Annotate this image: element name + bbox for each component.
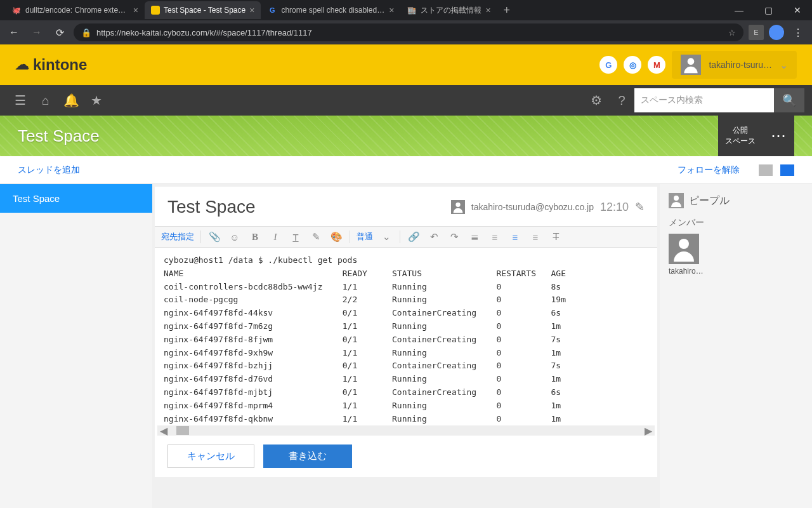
tab-title: Test Space - Test Space <box>164 6 246 15</box>
people-sidebar: ピープル メンバー takahiro… <box>660 184 812 508</box>
url-bar[interactable]: 🔒 https://neko-kaitai.cybozu.com/k/#/spa… <box>74 23 743 41</box>
maximize-button[interactable]: ▢ <box>754 0 783 20</box>
new-tab-button[interactable]: + <box>497 4 517 17</box>
chevron-down-icon: ⌄ <box>780 59 788 71</box>
link-icon[interactable]: 🔗 <box>407 231 421 243</box>
chrome-addressbar: ← → ⟳ 🔒 https://neko-kaitai.cybozu.com/k… <box>0 20 812 44</box>
help-icon[interactable]: ? <box>609 93 634 108</box>
profile-avatar[interactable] <box>769 25 784 40</box>
search-placeholder: スペース内検索 <box>641 95 703 106</box>
edit-icon[interactable]: ✎ <box>635 200 645 214</box>
lock-icon: 🔒 <box>81 28 91 37</box>
mention-button[interactable]: 宛先指定 <box>161 231 194 243</box>
kintone-header: ☁ kintone G ◎ M takahiro-tsuru… ⌄ <box>0 44 812 85</box>
user-menu[interactable]: takahiro-tsuru… ⌄ <box>672 51 797 79</box>
palette-icon[interactable]: 🎨 <box>329 231 343 243</box>
scroll-right-icon[interactable]: ▶ <box>642 425 655 437</box>
highlight-button[interactable]: ✎ <box>309 231 323 243</box>
people-icon <box>669 193 684 208</box>
chrome-titlebar: 🐙 dulltz/encode: Chrome extension... × T… <box>0 0 812 20</box>
list-ul-icon[interactable]: ≣ <box>468 231 481 243</box>
clear-format-icon[interactable]: T̶ <box>549 231 563 243</box>
undo-icon[interactable]: ↶ <box>427 231 441 243</box>
bold-button[interactable]: B <box>248 232 262 243</box>
horizontal-scrollbar[interactable]: ◀ ▶ <box>157 425 655 436</box>
list-ol-icon[interactable]: ≡ <box>488 232 502 243</box>
kintone-logo[interactable]: ☁ kintone <box>15 56 87 74</box>
view-layout-1[interactable] <box>759 164 773 176</box>
browser-tab-3[interactable]: 🏬 ストアの掲載情報 × <box>400 1 497 19</box>
italic-button[interactable]: I <box>268 232 282 243</box>
people-title: ピープル <box>689 194 730 208</box>
font-size-button[interactable]: 普通 <box>357 231 373 243</box>
main-content: Test Space Test Space takahiro-tsuruda@c… <box>0 184 812 508</box>
minimize-button[interactable]: — <box>724 0 754 20</box>
close-window-button[interactable]: ✕ <box>783 0 812 20</box>
bell-icon[interactable]: 🔔 <box>58 93 84 108</box>
search-button[interactable]: 🔍 <box>774 88 804 112</box>
align-center-icon[interactable]: ≡ <box>528 232 542 243</box>
kintone-icon <box>151 6 160 15</box>
thread-view: Test Space takahiro-tsuruda@cybozu.co.jp… <box>152 184 660 508</box>
store-icon: 🏬 <box>407 5 417 15</box>
github-icon: 🐙 <box>11 5 22 15</box>
gear-icon[interactable]: ⚙ <box>584 93 609 108</box>
reload-button[interactable]: ⟳ <box>51 27 69 39</box>
close-icon[interactable]: × <box>485 5 490 15</box>
cancel-button[interactable]: キャンセル <box>167 444 254 468</box>
close-icon[interactable]: × <box>133 5 138 15</box>
user-name: takahiro-tsuru… <box>709 60 772 70</box>
thread-title: Test Space <box>167 197 256 217</box>
text-color-button[interactable]: T <box>289 232 303 243</box>
add-thread-link[interactable]: スレッドを追加 <box>18 164 80 176</box>
unfollow-link[interactable]: フォローを解除 <box>678 164 740 176</box>
thread-tab-active[interactable]: Test Space <box>0 184 152 213</box>
members-label: メンバー <box>669 217 803 229</box>
space-title: Test Space <box>18 126 100 146</box>
search-input[interactable]: スペース内検索 <box>634 88 774 112</box>
member-item[interactable]: takahiro… <box>669 234 803 276</box>
star-icon[interactable]: ★ <box>84 93 109 108</box>
space-header: Test Space 公開 スペース ⋯ <box>0 116 812 156</box>
sub-toolbar: スレッドを追加 フォローを解除 <box>0 156 812 184</box>
author-avatar-icon <box>451 200 465 214</box>
scroll-left-icon[interactable]: ◀ <box>157 425 170 437</box>
chevron-down-icon[interactable]: ⌄ <box>379 231 393 243</box>
emoji-icon[interactable]: ☺ <box>228 232 242 243</box>
thread-time: 12:10 <box>600 201 629 214</box>
tab-title: chrome spell check disabled - Go <box>281 6 385 15</box>
browser-tab-0[interactable]: 🐙 dulltz/encode: Chrome extension... × <box>5 1 145 19</box>
view-layout-2[interactable] <box>780 164 794 176</box>
member-avatar-icon <box>669 234 699 264</box>
browser-tab-2[interactable]: G chrome spell check disabled - Go × <box>261 1 400 19</box>
tab-title: dulltz/encode: Chrome extension... <box>25 6 129 15</box>
circle-app-icon[interactable]: ◎ <box>624 56 641 74</box>
redo-icon[interactable]: ↷ <box>447 231 461 243</box>
google-app-icon[interactable]: G <box>599 56 617 74</box>
menu-icon[interactable]: ☰ <box>8 93 33 108</box>
publish-label[interactable]: 公開 スペース <box>718 116 763 156</box>
back-button[interactable]: ← <box>5 27 23 38</box>
thread-list: Test Space <box>0 184 152 508</box>
tab-title: ストアの掲載情報 <box>421 5 481 16</box>
extension-e[interactable]: E <box>749 25 764 40</box>
home-icon[interactable]: ⌂ <box>33 93 58 108</box>
editor-toolbar: 宛先指定 📎 ☺ B I T ✎ 🎨 普通 ⌄ 🔗 ↶ ↷ ≣ ≡ ≡ ≡ <box>155 226 657 248</box>
kintone-nav: ☰ ⌂ 🔔 ★ ⚙ ? スペース内検索 🔍 <box>0 85 812 116</box>
brand-text: kintone <box>33 56 87 74</box>
align-left-icon[interactable]: ≡ <box>508 232 522 243</box>
close-icon[interactable]: × <box>249 5 254 15</box>
attach-icon[interactable]: 📎 <box>207 231 221 243</box>
more-menu-icon[interactable]: ⋯ <box>763 116 794 156</box>
forward-button[interactable]: → <box>28 27 46 38</box>
submit-button[interactable]: 書き込む <box>263 444 352 468</box>
editor-body[interactable]: cybozu@host1 /data $ ./kubectl get pods … <box>155 248 657 425</box>
chrome-menu-icon[interactable]: ⋮ <box>789 27 807 39</box>
google-icon: G <box>267 5 277 15</box>
member-name: takahiro… <box>669 267 705 276</box>
browser-tab-1[interactable]: Test Space - Test Space × <box>145 1 261 19</box>
url-text: https://neko-kaitai.cybozu.com/k/#/space… <box>96 28 312 37</box>
bookmark-star-icon[interactable]: ☆ <box>728 28 736 37</box>
close-icon[interactable]: × <box>389 5 394 15</box>
mail-app-icon[interactable]: M <box>648 56 665 74</box>
